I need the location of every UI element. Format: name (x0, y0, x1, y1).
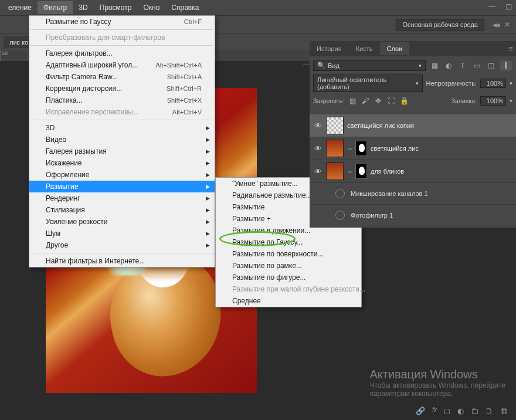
layer-mask-thumbnail[interactable] (355, 141, 367, 156)
lock-artboard-icon[interactable]: ⛶ (386, 96, 396, 106)
tab-layers[interactable]: Слои (380, 42, 410, 55)
blur-box[interactable]: Размытие по рамке... (216, 260, 361, 272)
blur-gaussian[interactable]: Размытие по Гауссу... (216, 236, 361, 248)
panel-close-icon[interactable]: ✕ (504, 21, 510, 29)
filter-convert-smart: Преобразовать для смарт-фильтров (29, 32, 215, 43)
lock-position-icon[interactable]: ✥ (374, 96, 383, 106)
lock-all-icon[interactable]: 🔒 (399, 96, 409, 106)
delete-layer-icon[interactable]: 🗑 (500, 407, 508, 415)
right-panels: История Кисть Слои ≡ 🔍 Вид▾ ▦ ◐ T ▭ ◫ ⏽ … (310, 41, 516, 228)
layer-name[interactable]: Микширование каналов 1 (351, 190, 428, 197)
filter-lens-correction[interactable]: Коррекция дисторсии...Shift+Ctrl+R (29, 83, 215, 94)
photo-filter-icon (335, 211, 345, 220)
panel-menu-icon[interactable]: ≡ (505, 43, 516, 54)
layer-mask-thumbnail[interactable] (355, 164, 367, 179)
opacity-input[interactable]: 100% (480, 79, 506, 88)
filter-sub-blur[interactable]: Размытие▶ (29, 181, 215, 192)
menu-filter[interactable]: Фильтр (38, 1, 73, 14)
filter-smart-icon[interactable]: ◫ (486, 60, 496, 71)
opacity-label: Непрозрачность: (426, 80, 477, 87)
filter-vanishing-point: Исправление перспективы...Alt+Ctrl+V (29, 106, 215, 118)
blur-surface[interactable]: Размытие по поверхности... (216, 248, 361, 260)
adjustment-layer-row[interactable]: Фотофильтр 1 (310, 205, 516, 226)
filter-sub-render[interactable]: Рендеринг▶ (29, 192, 215, 204)
filter-pixel-icon[interactable]: ▦ (429, 60, 440, 71)
blend-mode-select[interactable]: Линейный осветлитель (добавить)▾ (313, 74, 423, 92)
link-icon[interactable]: ⫘ (347, 168, 353, 175)
layer-row[interactable]: 👁 ⫘ для бликов (310, 160, 516, 183)
blur-lens: Размытие при малой глубине резкости... (216, 283, 361, 295)
new-layer-icon[interactable]: 🗋 (486, 407, 493, 415)
layer-name[interactable]: светящийся лис (371, 145, 419, 152)
layers-list: 👁 светящийся лис копия 👁 ⫘ светящийся ли… (310, 113, 516, 228)
workspace-switcher[interactable]: Основная рабочая среда (396, 19, 484, 31)
layer-filter-type[interactable]: 🔍 Вид▾ (313, 60, 426, 71)
menu-help[interactable]: Справка (165, 1, 205, 14)
filter-gallery[interactable]: Галерея фильтров... (29, 48, 215, 59)
filter-liquify[interactable]: Пластика...Shift+Ctrl+X (29, 94, 215, 106)
layer-row[interactable]: 👁 светящийся лис копия (310, 114, 516, 137)
maximize-icon[interactable]: ▢ (504, 2, 512, 11)
panel-double-arrow-icon[interactable]: ◂◂ (493, 20, 498, 29)
blur-shape[interactable]: Размытие по фигуре... (216, 272, 361, 283)
filter-adaptive-wide[interactable]: Адаптивный широкий угол...Alt+Shift+Ctrl… (29, 59, 215, 71)
layer-row[interactable]: 👁 ⫘ светящийся лис (310, 137, 516, 160)
fx-icon[interactable]: fx (432, 407, 437, 415)
lock-pixels-icon[interactable]: 🖌 (361, 96, 370, 106)
filter-sub-pixelate[interactable]: Оформление▶ (29, 169, 215, 181)
filter-adjust-icon[interactable]: ◐ (443, 60, 454, 71)
fill-input[interactable]: 100% (480, 96, 506, 106)
layer-name[interactable]: Фотофильтр 1 (351, 212, 393, 219)
tab-brush[interactable]: Кисть (349, 42, 380, 55)
new-adjustment-icon[interactable]: ◐ (457, 407, 464, 415)
layer-thumbnail[interactable] (326, 140, 344, 157)
menu-view[interactable]: Просмотр (94, 1, 138, 14)
layers-panel: 🔍 Вид▾ ▦ ◐ T ▭ ◫ ⏽ Линейный осветлитель … (310, 56, 516, 113)
filter-browse-online[interactable]: Найти фильтры в Интернете... (29, 255, 215, 267)
layer-name[interactable]: для бликов (371, 168, 404, 175)
tab-history[interactable]: История (310, 42, 349, 55)
menu-select[interactable]: еление (2, 1, 38, 14)
filter-sub-other[interactable]: Другое▶ (29, 239, 215, 251)
filter-sub-stylize[interactable]: Стилизация▶ (29, 204, 215, 216)
lock-label: Закрепить: (313, 97, 344, 104)
search-icon: 🔍 (317, 62, 325, 69)
blur-average[interactable]: Среднее (216, 295, 361, 307)
filter-dropdown: Размытие по ГауссуCtrl+F Преобразовать д… (29, 15, 215, 267)
fill-label: Заливка: (451, 97, 477, 104)
filter-toggle[interactable]: ⏽ (500, 60, 512, 71)
filter-sub-noise[interactable]: Шум▶ (29, 228, 215, 239)
filter-camera-raw[interactable]: Фильтр Camera Raw...Shift+Ctrl+A (29, 71, 215, 83)
layer-thumbnail[interactable] (326, 117, 344, 134)
channel-mixer-icon (335, 189, 345, 198)
layer-thumbnail[interactable] (326, 162, 344, 180)
visibility-eye-icon[interactable]: 👁 (313, 144, 322, 153)
filter-type-icon[interactable]: T (457, 60, 468, 71)
visibility-eye-icon[interactable]: 👁 (313, 121, 322, 130)
lock-transparent-icon[interactable]: ▨ (348, 96, 357, 106)
filter-sub-distort[interactable]: Искажение▶ (29, 157, 215, 169)
filter-sub-sharpen[interactable]: Усиление резкости▶ (29, 216, 215, 228)
layer-name[interactable]: светящийся лис копия (347, 122, 414, 129)
filter-sub-3d[interactable]: 3D▶ (29, 122, 215, 134)
filter-sub-blur-gallery[interactable]: Галерея размытия▶ (29, 145, 215, 157)
filter-shape-icon[interactable]: ▭ (471, 60, 482, 71)
panel-tabgroup: История Кисть Слои ≡ (310, 41, 516, 56)
adjustment-layer-row[interactable]: Микширование каналов 1 (310, 183, 516, 205)
filter-last[interactable]: Размытие по ГауссуCtrl+F (29, 16, 215, 28)
windows-activation-watermark: Активация Windows Чтобы активировать Win… (369, 368, 505, 398)
menu-3d[interactable]: 3D (73, 1, 93, 14)
visibility-eye-icon[interactable]: 👁 (313, 167, 322, 176)
menu-window[interactable]: Окно (137, 1, 165, 14)
new-group-icon[interactable]: 🗀 (471, 407, 478, 415)
main-menubar: еление Фильтр 3D Просмотр Окно Справка —… (0, 0, 516, 15)
add-mask-icon[interactable]: ◻ (444, 407, 450, 415)
layers-panel-footer: 🔗 fx ◻ ◐ 🗀 🗋 🗑 (416, 407, 508, 415)
filter-sub-video[interactable]: Видео▶ (29, 134, 215, 145)
link-icon[interactable]: ⫘ (347, 145, 353, 152)
minimize-icon[interactable]: — (488, 2, 496, 11)
link-layers-icon[interactable]: 🔗 (416, 407, 425, 415)
